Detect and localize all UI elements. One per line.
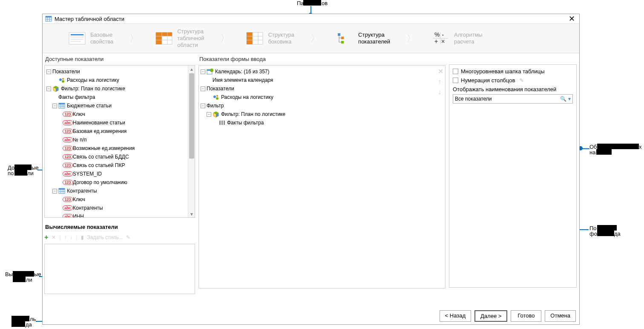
scroll-down-icon[interactable]: ▼: [188, 211, 195, 217]
scroll-thumb[interactable]: [189, 73, 194, 159]
next-button[interactable]: Далее >: [474, 310, 507, 322]
tree-item-label: Базовая ед.измерения: [73, 128, 126, 134]
toggle-icon[interactable]: −: [52, 104, 57, 108]
content-area: Доступные показатели −ПоказателиРасходы …: [43, 53, 579, 309]
tree-item[interactable]: Факты фильтра: [199, 118, 432, 127]
toggle-icon[interactable]: −: [201, 87, 205, 91]
scrollbar[interactable]: ▲ ▼: [188, 66, 195, 217]
tree-item[interactable]: Имя элемента календаря: [199, 76, 432, 84]
tree-item[interactable]: −Фильтр: План по логистике: [45, 84, 195, 93]
callout-label: ли: [27, 170, 34, 176]
search-icon[interactable]: 🔍: [560, 96, 566, 102]
tree-item[interactable]: 123Ключ: [45, 195, 195, 204]
chevron-right-icon: 〉: [408, 32, 414, 45]
style-icon[interactable]: ▮: [81, 234, 84, 240]
display-names-dropdown[interactable]: Все показатели 🔍▾: [453, 94, 573, 104]
pencil-icon[interactable]: ✎: [519, 77, 524, 84]
svg-rect-61: [221, 121, 223, 125]
tree-item[interactable]: −Контрагенты: [45, 187, 195, 195]
tree-item-label: Связь со статьей ПКР: [73, 162, 125, 168]
step-basic[interactable]: Базовыесвойства: [68, 31, 113, 46]
toggle-icon[interactable]: −: [46, 69, 51, 74]
svg-rect-23: [338, 33, 340, 36]
tree-item[interactable]: 123Договор по умолчанию: [45, 178, 195, 187]
delete-button[interactable]: ✕: [52, 234, 56, 240]
scroll-up-icon[interactable]: ▲: [188, 66, 195, 72]
svg-text:×: ×: [441, 38, 445, 45]
tree-item-label: Бюджетные статьи: [67, 103, 112, 109]
step-table-structure[interactable]: Структуратабличнойобласти: [155, 28, 204, 49]
svg-point-55: [216, 97, 218, 100]
rec-icon: [58, 77, 65, 84]
step-side-structure[interactable]: Структурабоковика: [246, 31, 294, 46]
redaction: [597, 144, 639, 149]
multilevel-header-checkbox[interactable]: Многоуровневая шапка таблицы: [453, 68, 573, 75]
close-button[interactable]: ✕: [567, 14, 577, 23]
tree-item[interactable]: Расходы на логистику: [45, 76, 195, 84]
move-up-button[interactable]: ↑: [64, 234, 66, 240]
move-down-button[interactable]: ↓: [70, 234, 72, 240]
calculated-list[interactable]: [44, 244, 195, 294]
edit-icon[interactable]: ✎: [126, 234, 130, 240]
tree-item[interactable]: 123Связь со статьей ПКР: [45, 161, 195, 170]
abc-icon: abc: [64, 119, 71, 126]
tree-item[interactable]: Факты фильтра: [45, 93, 195, 101]
svg-text:%: %: [434, 31, 440, 38]
chevron-down-icon[interactable]: ▾: [568, 96, 571, 102]
checkbox-icon[interactable]: [453, 69, 458, 74]
123-icon: 123: [64, 128, 71, 135]
toggle-icon[interactable]: −: [201, 69, 205, 74]
rows-icon: [218, 119, 225, 126]
tree-item-label: Фильтр: План по логистике: [61, 86, 125, 92]
tree-item[interactable]: −Показатели: [199, 84, 432, 93]
toggle-icon[interactable]: −: [52, 189, 57, 193]
redaction: [303, 0, 321, 6]
tree-item[interactable]: 123Связь со статьей БДДС: [45, 153, 195, 161]
callout-label: ов: [322, 0, 328, 6]
column-numbering-checkbox[interactable]: Нумерация столбцов ✎: [453, 77, 573, 84]
step-algorithms[interactable]: %•+× Алгоритмырасчета: [432, 31, 483, 46]
redaction: [596, 149, 612, 155]
tree-item[interactable]: 123Ключ: [45, 110, 195, 118]
tree-item[interactable]: −Фильтр: [199, 101, 432, 110]
remove-button[interactable]: ✕: [438, 67, 443, 75]
tree-item[interactable]: 123Возможные ед.измерения: [45, 144, 195, 153]
tree-item[interactable]: 123Базовая ед.измерения: [45, 127, 195, 136]
tree-item-label: Связь со статьей БДДС: [73, 154, 129, 160]
tree-item-label: Договор по умолчанию: [73, 179, 127, 185]
step-indicators[interactable]: Структурапоказателей: [336, 31, 390, 46]
form-indicators-tree[interactable]: −Календарь: (16 из 357)Имя элемента кале…: [198, 65, 446, 289]
tree-item[interactable]: abcSYSTEM_ID: [45, 170, 195, 178]
tree-item[interactable]: −Фильтр: План по логистике: [199, 110, 432, 118]
back-button[interactable]: < Назад: [440, 310, 471, 322]
svg-text:+: +: [434, 38, 438, 45]
tree-item[interactable]: abcКонтрагенты: [45, 204, 195, 212]
tree-item-label: № п/п: [73, 137, 87, 143]
tree-item[interactable]: abcНаименование статьи: [45, 118, 195, 127]
tree-item[interactable]: −Календарь: (16 из 357): [199, 67, 432, 76]
style-button[interactable]: Задать стиль...: [87, 234, 123, 240]
toggle-icon[interactable]: −: [207, 112, 211, 117]
add-button[interactable]: +: [44, 234, 48, 241]
abc-icon: abc: [64, 136, 71, 143]
finish-button[interactable]: Готово: [511, 310, 541, 322]
toggle-icon[interactable]: −: [201, 104, 205, 108]
toggle-icon[interactable]: −: [46, 87, 51, 91]
tree-item-label: Расходы на логистику: [221, 94, 273, 100]
svg-rect-1: [46, 16, 52, 17]
move-down-button[interactable]: ↓: [438, 88, 443, 96]
cancel-button[interactable]: Отмена: [545, 310, 576, 322]
middle-column: Показатели формы ввода −Календарь: (16 и…: [197, 53, 447, 309]
move-up-button[interactable]: ↑: [438, 78, 443, 86]
svg-rect-6: [71, 34, 83, 35]
tree-item[interactable]: Расходы на логистику: [199, 93, 432, 101]
123-icon: 123: [64, 153, 71, 160]
tree-item[interactable]: abcИНН: [45, 212, 195, 218]
tree-item[interactable]: abc№ п/п: [45, 136, 195, 144]
available-tree[interactable]: −ПоказателиРасходы на логистику−Фильтр: …: [44, 65, 195, 218]
svg-point-35: [59, 78, 62, 81]
callout-label: да: [26, 321, 32, 328]
tree-item[interactable]: −Бюджетные статьи: [45, 101, 195, 110]
checkbox-icon[interactable]: [453, 78, 458, 83]
tree-item[interactable]: −Показатели: [45, 67, 195, 76]
